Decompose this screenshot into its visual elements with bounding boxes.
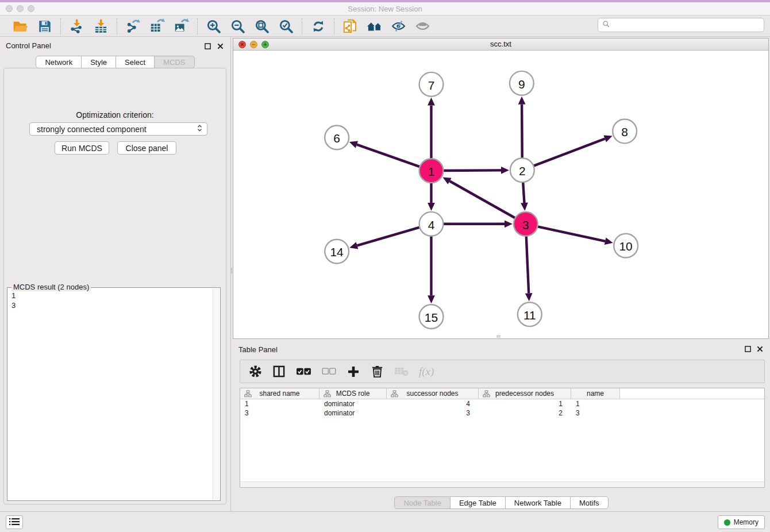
cell-predecessor-nodes[interactable]: 1 [479, 399, 571, 408]
cell-name[interactable]: 3 [571, 408, 620, 418]
column-header-shared-name[interactable]: shared name [240, 388, 319, 399]
graph-edge-arrowhead [349, 141, 358, 148]
cell-shared-name[interactable]: 1 [240, 399, 319, 408]
export-network-icon[interactable] [125, 18, 141, 34]
table-row[interactable]: 1dominator411 [240, 399, 764, 408]
table-header-row: shared nameMCDS rolesuccessor nodesprede… [240, 388, 764, 399]
table-panel-close-button[interactable] [756, 345, 764, 353]
column-header-MCDS-role[interactable]: MCDS role [319, 388, 387, 399]
tab-mcds[interactable]: MCDS [154, 56, 194, 68]
search-box[interactable] [598, 18, 764, 32]
graph-edge-arrowhead [603, 136, 612, 142]
result-scrollbar[interactable] [213, 288, 220, 500]
tab-network-table[interactable]: Network Table [505, 496, 571, 509]
apply-layout-icon[interactable] [310, 18, 326, 34]
graph-edge-2-8[interactable] [533, 139, 605, 167]
node-table: shared nameMCDS rolesuccessor nodesprede… [240, 388, 765, 488]
splitter-handle[interactable] [230, 268, 232, 273]
zoom-out-icon[interactable] [229, 18, 246, 34]
tab-edge-table[interactable]: Edge Table [450, 496, 506, 509]
cell-MCDS-role[interactable]: dominator [319, 408, 387, 418]
network-window-zoom-button[interactable]: + [261, 41, 269, 48]
control-panel-close-button[interactable] [216, 42, 224, 50]
graph-edge-2-3[interactable] [523, 182, 524, 203]
control-panel-float-button[interactable] [203, 42, 211, 50]
select-all-icon[interactable] [296, 363, 311, 380]
clone-network-icon[interactable] [342, 18, 359, 34]
tab-network[interactable]: Network [36, 56, 82, 68]
run-mcds-button[interactable]: Run MCDS [55, 141, 109, 155]
tab-select[interactable]: Select [116, 56, 155, 68]
deselect-all-icon[interactable] [322, 363, 336, 380]
cell-predecessor-nodes[interactable]: 2 [479, 408, 571, 418]
network-window-close-button[interactable]: × [238, 41, 246, 48]
table-panel-float-button[interactable] [744, 345, 752, 353]
preview-icon[interactable] [414, 18, 431, 34]
graph-edge-arrowhead [428, 203, 435, 211]
cell-MCDS-role[interactable]: dominator [319, 399, 387, 408]
toggle-panes-icon[interactable] [272, 363, 286, 380]
graph-node-label: 2 [519, 164, 526, 178]
column-header-label: MCDS role [336, 390, 370, 398]
save-session-icon[interactable] [36, 18, 53, 34]
column-header-predecessor-nodes[interactable]: predecessor nodes [479, 388, 571, 399]
cell-successor-nodes[interactable]: 3 [387, 408, 479, 418]
status-bar: Memory [0, 511, 770, 532]
network-canvas[interactable]: 7968124314101511 [233, 51, 768, 338]
close-panel-button[interactable]: Close panel [117, 141, 176, 155]
graph-edge-1-2[interactable] [442, 170, 501, 171]
graph-node-label: 9 [518, 78, 525, 91]
network-window-title: scc.txt [233, 38, 768, 50]
graph-node-label: 8 [621, 125, 628, 138]
zoom-in-icon[interactable] [205, 18, 222, 34]
network-window-minimize-button[interactable]: − [250, 41, 257, 48]
import-network-icon[interactable] [68, 18, 85, 34]
cell-shared-name[interactable]: 3 [240, 408, 319, 418]
graph-node-label: 10 [619, 240, 632, 253]
window-title: Session: New Session [0, 5, 770, 13]
export-table-icon[interactable] [149, 18, 165, 34]
window-titlebar: Session: New Session [0, 2, 770, 16]
toolbar-icon-groups [5, 16, 438, 36]
graph-edge-1-6[interactable] [357, 145, 421, 167]
zoom-fit-icon[interactable] [253, 18, 270, 34]
tab-style[interactable]: Style [81, 56, 116, 68]
graph-edge-3-10[interactable] [537, 226, 605, 241]
cell-name[interactable]: 1 [571, 399, 620, 408]
column-header-icon [244, 390, 252, 399]
graph-edge-arrowhead [518, 97, 526, 105]
tab-node-table[interactable]: Node Table [394, 496, 451, 509]
selected-criterion: strongly connected component [37, 125, 197, 134]
column-header-successor-nodes[interactable]: successor nodes [387, 388, 479, 399]
memory-status-dot [724, 519, 730, 526]
panel-resize-handle[interactable] [496, 335, 500, 338]
mcds-result-box: MCDS result (2 nodes) 13 [7, 287, 221, 501]
graph-edge-4-14[interactable] [357, 227, 421, 245]
zoom-selected-icon[interactable] [278, 18, 294, 34]
cell-successor-nodes[interactable]: 4 [387, 399, 479, 408]
column-header-name[interactable]: name [571, 388, 620, 399]
column-header-icon [324, 390, 331, 399]
import-table-icon[interactable] [93, 18, 109, 34]
graph-node-label: 11 [523, 309, 536, 322]
graph-edge-2-9[interactable] [522, 105, 522, 159]
search-input[interactable] [613, 21, 760, 29]
add-column-icon[interactable] [346, 363, 360, 380]
graph-edge-3-1[interactable] [450, 181, 516, 218]
column-header-label: shared name [259, 390, 299, 398]
show-panels-button[interactable] [6, 515, 23, 529]
export-image-icon[interactable] [173, 18, 190, 34]
graph-edge-3-11[interactable] [526, 236, 529, 294]
optimization-criterion-select[interactable]: strongly connected component [29, 122, 207, 136]
memory-button[interactable]: Memory [718, 515, 765, 529]
table-horizontal-scrollbar[interactable] [240, 481, 764, 487]
table-settings-icon[interactable] [249, 363, 262, 380]
delete-column-icon[interactable] [371, 363, 384, 380]
mcds-result-list[interactable]: 13 [7, 289, 212, 500]
tab-motifs[interactable]: Motifs [570, 496, 609, 509]
hide-preview-icon[interactable] [390, 18, 407, 34]
graph-node-label: 7 [428, 79, 435, 92]
open-session-icon[interactable] [12, 18, 29, 34]
show-home-icon[interactable] [366, 18, 383, 34]
table-row[interactable]: 3dominator323 [240, 408, 764, 418]
